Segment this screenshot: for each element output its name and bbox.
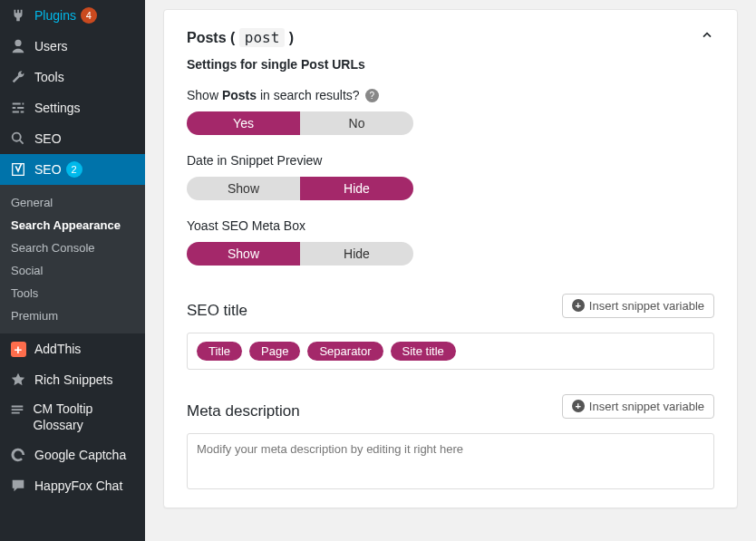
user-icon <box>9 37 27 55</box>
search-icon <box>9 130 27 148</box>
meta-description-input[interactable]: Modify your meta description by editing … <box>187 433 714 489</box>
menu-happyfox[interactable]: HappyFox Chat <box>0 470 145 501</box>
chevron-up-icon[interactable] <box>700 28 714 46</box>
var-pill-separator[interactable]: Separator <box>307 342 383 361</box>
submenu-general[interactable]: General <box>0 191 145 214</box>
toggle-hide[interactable]: Hide <box>300 177 413 200</box>
toggle-show[interactable]: Show <box>187 242 300 266</box>
plus-circle-icon: + <box>572 400 585 412</box>
meta-placeholder: Modify your meta description by editing … <box>197 442 463 456</box>
menu-seo-top[interactable]: SEO <box>0 123 145 154</box>
menu-cm-tooltip[interactable]: CM Tooltip Glossary <box>0 395 145 440</box>
main-content: Posts ( post ) Settings for single Post … <box>145 0 756 541</box>
meta-desc-heading: Meta description <box>187 402 300 420</box>
star-icon <box>9 371 27 389</box>
menu-rich-snippets[interactable]: Rich Snippets <box>0 364 145 395</box>
date-preview-label: Date in Snippet Preview <box>187 153 714 168</box>
menu-google-captcha[interactable]: Google Captcha <box>0 440 145 470</box>
menu-addthis[interactable]: + AddThis <box>0 333 145 364</box>
glossary-icon <box>9 401 25 420</box>
menu-label: Plugins <box>34 8 76 23</box>
addthis-icon: + <box>9 340 27 358</box>
insert-variable-button[interactable]: + Insert snippet variable <box>562 394 714 419</box>
menu-label: Rich Snippets <box>34 372 112 387</box>
var-pill-page[interactable]: Page <box>249 342 300 361</box>
submenu-premium[interactable]: Premium <box>0 304 145 327</box>
menu-label: Settings <box>34 101 81 115</box>
menu-users[interactable]: Users <box>0 31 145 62</box>
plug-icon <box>9 6 27 24</box>
var-pill-sitetitle[interactable]: Site title <box>391 342 456 361</box>
menu-label: Users <box>34 39 68 53</box>
recaptcha-icon <box>9 446 27 464</box>
panel-title: Posts ( post ) <box>187 29 294 46</box>
panel-header[interactable]: Posts ( post ) <box>187 28 714 46</box>
submenu-social[interactable]: Social <box>0 259 145 282</box>
sliders-icon <box>9 99 27 117</box>
var-pill-title[interactable]: Title <box>197 342 242 361</box>
yoast-submenu: General Search Appearance Search Console… <box>0 185 145 333</box>
help-icon[interactable]: ? <box>365 89 379 102</box>
menu-tools[interactable]: Tools <box>0 62 145 92</box>
panel-subtitle: Settings for single Post URLs <box>187 57 714 72</box>
toggle-hide[interactable]: Hide <box>300 242 413 266</box>
seo-count-badge: 2 <box>66 161 82 178</box>
seo-title-input[interactable]: Title Page Separator Site title <box>187 333 714 370</box>
show-posts-label: Show Posts in search results? ? <box>187 88 714 102</box>
submenu-search-appearance[interactable]: Search Appearance <box>0 214 145 237</box>
plus-circle-icon: + <box>572 299 585 312</box>
menu-label: HappyFox Chat <box>34 478 122 493</box>
metabox-label: Yoast SEO Meta Box <box>187 218 714 233</box>
post-type-code: post <box>239 28 286 47</box>
menu-label: SEO <box>34 131 62 146</box>
menu-plugins[interactable]: Plugins 4 <box>0 0 145 31</box>
show-posts-toggle: Yes No <box>187 111 413 135</box>
menu-yoast-seo[interactable]: SEO 2 <box>0 154 145 185</box>
metabox-toggle: Show Hide <box>187 242 413 266</box>
date-preview-toggle: Show Hide <box>187 177 413 200</box>
insert-variable-button[interactable]: + Insert snippet variable <box>562 294 714 318</box>
wrench-icon <box>9 68 27 86</box>
toggle-yes[interactable]: Yes <box>187 111 300 135</box>
menu-label: CM Tooltip Glossary <box>33 401 138 433</box>
menu-settings[interactable]: Settings <box>0 92 145 123</box>
menu-label: SEO <box>34 162 62 177</box>
chat-icon <box>9 477 27 495</box>
menu-label: AddThis <box>34 342 81 356</box>
posts-settings-panel: Posts ( post ) Settings for single Post … <box>163 9 738 508</box>
admin-sidebar: Plugins 4 Users Tools Settings SEO SEO 2… <box>0 0 145 541</box>
submenu-tools[interactable]: Tools <box>0 282 145 304</box>
plugin-count-badge: 4 <box>81 7 97 24</box>
toggle-no[interactable]: No <box>300 111 413 135</box>
yoast-icon <box>9 160 27 179</box>
menu-label: Google Captcha <box>34 448 126 462</box>
toggle-show[interactable]: Show <box>187 177 300 200</box>
submenu-search-console[interactable]: Search Console <box>0 237 145 259</box>
menu-label: Tools <box>34 70 64 84</box>
seo-title-heading: SEO title <box>187 302 247 320</box>
